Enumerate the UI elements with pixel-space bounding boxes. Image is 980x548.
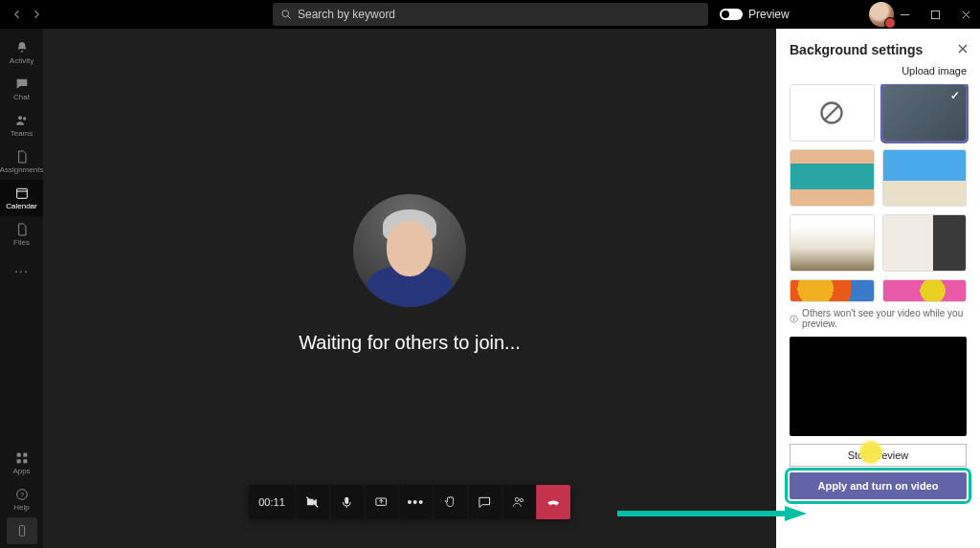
rail-calendar[interactable]: Calendar: [0, 180, 43, 216]
rail-label: Files: [13, 238, 30, 247]
background-grid: [776, 84, 980, 302]
svg-point-14: [515, 497, 519, 501]
apply-label: Apply and turn on video: [818, 480, 939, 492]
rail-label: Assignments: [0, 165, 43, 174]
svg-rect-11: [19, 526, 24, 537]
preview-info: Others won't see your video while you pr…: [776, 302, 980, 333]
stop-preview-button[interactable]: Stop preview: [790, 444, 967, 467]
svg-rect-7: [16, 459, 20, 463]
info-icon: [790, 314, 798, 324]
svg-point-2: [18, 116, 22, 120]
chat-button[interactable]: [467, 485, 501, 519]
meeting-stage: Waiting for others to join... 00:11 •••: [43, 29, 776, 548]
meeting-status-text: Waiting for others to join...: [299, 332, 521, 354]
svg-rect-5: [16, 453, 20, 457]
more-icon: ···: [14, 263, 29, 278]
svg-rect-8: [23, 459, 27, 463]
more-actions-button[interactable]: •••: [398, 485, 433, 519]
bg-option-none[interactable]: [790, 84, 875, 142]
rail-teams[interactable]: Teams: [0, 107, 43, 143]
svg-rect-4: [16, 188, 27, 198]
rail-files[interactable]: Files: [0, 216, 43, 252]
svg-point-3: [23, 117, 26, 120]
panel-title: Background settings: [790, 42, 923, 57]
svg-point-15: [520, 498, 523, 501]
search-input[interactable]: Search by keyword: [273, 3, 708, 26]
background-settings-panel: Background settings Upload image: [776, 29, 980, 548]
rail-label: Activity: [10, 56, 33, 65]
rail-more[interactable]: ···: [0, 252, 43, 289]
rail-label: Apps: [12, 467, 30, 475]
rail-label: Chat: [13, 93, 30, 101]
app-rail: Activity Chat Teams Assignments Calendar…: [0, 29, 43, 548]
participant-avatar: [353, 194, 466, 307]
nav-forward[interactable]: [29, 7, 44, 22]
bg-option-image[interactable]: [790, 214, 875, 272]
prohibit-icon: [818, 99, 845, 126]
rail-label: Help: [13, 503, 29, 512]
apply-turn-on-video-button[interactable]: Apply and turn on video: [790, 472, 967, 499]
rail-activity[interactable]: Activity: [0, 34, 43, 71]
raise-hand-button[interactable]: [433, 485, 467, 519]
stop-preview-label: Stop preview: [848, 449, 909, 461]
bg-option-image[interactable]: [790, 149, 875, 207]
bg-option-blur[interactable]: [882, 84, 968, 142]
svg-rect-6: [23, 453, 27, 457]
bg-option-image[interactable]: [882, 214, 968, 272]
svg-text:?: ?: [20, 492, 24, 498]
toggle-switch-icon: [720, 9, 743, 20]
rail-chat[interactable]: Chat: [0, 71, 43, 107]
upload-image-link[interactable]: Upload image: [776, 65, 980, 84]
rail-help[interactable]: ? Help: [0, 481, 43, 517]
rail-label: Calendar: [6, 202, 36, 210]
bg-option-image[interactable]: [790, 279, 875, 302]
panel-close-button[interactable]: [957, 42, 969, 57]
profile-avatar[interactable]: [869, 2, 894, 27]
rail-device[interactable]: [7, 517, 37, 544]
info-text: Others won't see your video while you pr…: [802, 308, 967, 329]
call-toolbar: 00:11 •••: [249, 485, 570, 519]
window-maximize[interactable]: [926, 6, 944, 23]
titlebar: Search by keyword Preview: [0, 0, 980, 29]
search-placeholder: Search by keyword: [298, 8, 395, 21]
bg-option-image[interactable]: [882, 279, 968, 302]
rail-apps[interactable]: Apps: [0, 445, 43, 481]
rail-label: Teams: [11, 129, 33, 138]
preview-label: Preview: [748, 8, 790, 21]
window-minimize[interactable]: [896, 6, 913, 23]
ellipsis-icon: •••: [407, 494, 424, 510]
participants-button[interactable]: [501, 485, 536, 519]
share-button[interactable]: [364, 485, 398, 519]
nav-back[interactable]: [10, 7, 25, 22]
mic-button[interactable]: [329, 485, 364, 519]
preview-toggle[interactable]: Preview: [720, 8, 790, 21]
rail-assignments[interactable]: Assignments: [0, 143, 43, 180]
window-close[interactable]: [957, 6, 974, 23]
svg-rect-1: [931, 11, 939, 18]
svg-rect-12: [345, 497, 348, 504]
video-preview: [790, 337, 967, 436]
bg-option-image[interactable]: [882, 149, 968, 207]
camera-button[interactable]: [295, 485, 329, 519]
hangup-button[interactable]: [536, 485, 570, 519]
call-timer: 00:11: [249, 485, 295, 519]
svg-point-0: [282, 11, 289, 17]
